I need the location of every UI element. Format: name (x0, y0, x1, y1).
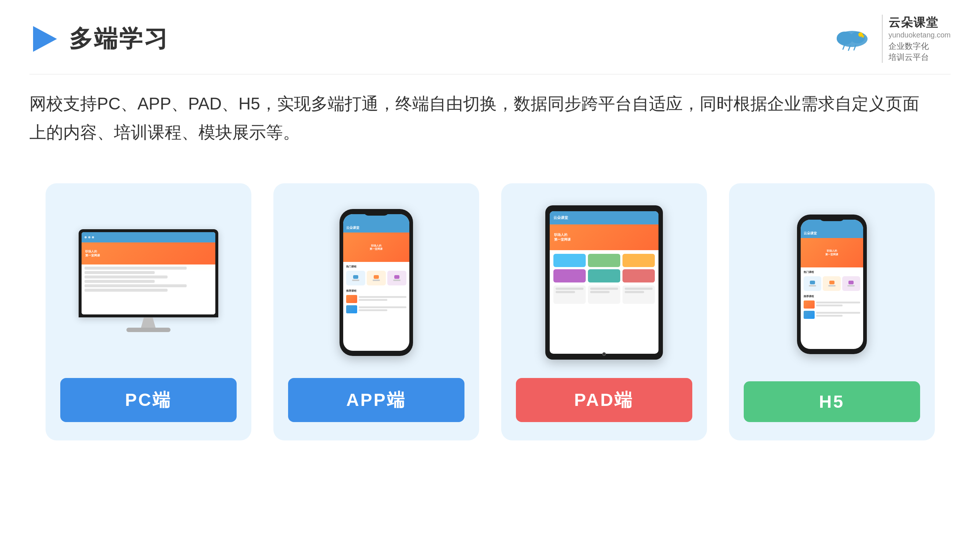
logo-name: 云朵课堂 (888, 15, 951, 31)
header-left: 多端学习 (29, 23, 169, 55)
pc-monitor: 职场人的第一堂网课 (79, 229, 218, 336)
app-card: 云朵课堂 职场人的第一堂网课 热门课程 (274, 183, 479, 440)
logo-tagline: 企业数字化 培训云平台 (888, 41, 951, 63)
h5-label: H5 (744, 381, 920, 422)
svg-marker-0 (33, 26, 57, 52)
app-phone: 云朵课堂 职场人的第一堂网课 热门课程 (339, 209, 413, 356)
pc-label: PC端 (60, 378, 237, 422)
pc-card: 职场人的第一堂网课 (46, 183, 251, 440)
header-right: 云朵课堂 yunduoketang.com 企业数字化 培训云平台 (832, 15, 951, 63)
h5-phone: 云朵课堂 职场人的第一堂网课 热门课程 (797, 214, 867, 354)
app-image-area: 云朵课堂 职场人的第一堂网课 热门课程 (339, 205, 413, 360)
pad-tablet: 云朵课堂 职场人的第一堂网课 (545, 205, 663, 360)
description-text: 网校支持PC、APP、PAD、H5，实现多端打通，终端自由切换，数据同步跨平台自… (29, 89, 951, 146)
svg-point-3 (850, 32, 865, 43)
pc-image-area: 职场人的第一堂网课 (79, 205, 218, 360)
pad-card: 云朵课堂 职场人的第一堂网课 (501, 183, 707, 440)
app-label: APP端 (288, 378, 465, 422)
description-section: 网校支持PC、APP、PAD、H5，实现多端打通，终端自由切换，数据同步跨平台自… (0, 75, 980, 168)
cards-section: 职场人的第一堂网课 (0, 168, 980, 470)
pad-image-area: 云朵课堂 职场人的第一堂网课 (545, 205, 663, 360)
play-icon (29, 24, 59, 54)
pad-label: PAD端 (516, 378, 692, 422)
logo-url: yunduoketang.com (888, 31, 951, 39)
page-title: 多端学习 (69, 23, 169, 55)
cloud-logo-icon (832, 24, 876, 54)
h5-image-area: 云朵课堂 职场人的第一堂网课 热门课程 (797, 205, 867, 363)
logo-text: 云朵课堂 yunduoketang.com 企业数字化 培训云平台 (882, 15, 951, 63)
logo: 云朵课堂 yunduoketang.com 企业数字化 培训云平台 (832, 15, 951, 63)
h5-card: 云朵课堂 职场人的第一堂网课 热门课程 (729, 183, 935, 440)
page-header: 多端学习 云朵课堂 yunduoketang.com (0, 0, 980, 74)
